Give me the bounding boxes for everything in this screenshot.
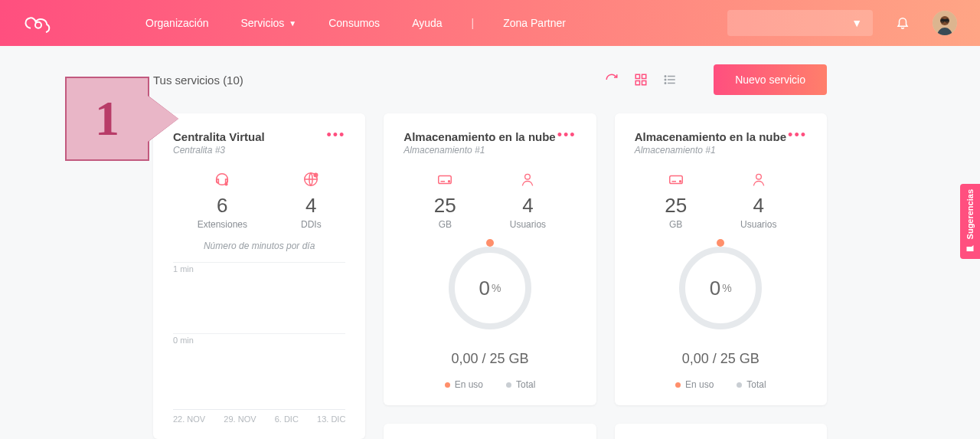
gb-value: 25 <box>665 194 687 218</box>
svg-point-17 <box>225 183 227 185</box>
x-tick: 22. NOV <box>173 414 205 424</box>
legend-dot-use <box>675 382 681 388</box>
svg-point-15 <box>665 83 666 84</box>
svg-point-13 <box>665 76 666 77</box>
chevron-down-icon: ▼ <box>289 19 296 28</box>
topbar: Organización Servicios ▼ Consumos Ayuda … <box>0 0 980 46</box>
x-tick: 6. DIC <box>275 414 299 424</box>
header-actions: Nuevo servicio <box>603 64 827 95</box>
svg-rect-8 <box>635 81 639 85</box>
card-centralita-virtual[interactable]: Centralita Virtual Centralita #3 ••• 6 E… <box>153 113 365 439</box>
users-value: 4 <box>510 194 546 218</box>
refresh-icon[interactable] <box>603 71 620 88</box>
chart-y-0min: 0 min <box>173 333 345 345</box>
users-label: Usuarios <box>740 219 776 230</box>
usage-gauge: 0% <box>444 242 536 334</box>
grid-view-icon[interactable] <box>632 71 649 88</box>
gauge-legend: En uso Total <box>445 379 536 390</box>
gauge-legend: En uso Total <box>675 379 766 390</box>
suggestions-tab[interactable]: Sugerencias <box>960 184 980 259</box>
svg-point-14 <box>665 79 666 80</box>
svg-rect-6 <box>635 74 639 78</box>
svg-rect-3 <box>941 19 949 21</box>
chevron-down-icon: ▼ <box>851 17 862 29</box>
chart-caption: Número de minutos por día <box>173 241 345 251</box>
x-tick: 29. NOV <box>224 414 256 424</box>
nav-consumption[interactable]: Consumos <box>328 17 380 29</box>
account-select[interactable]: ▼ <box>727 10 873 36</box>
legend-dot-use <box>445 382 450 388</box>
content-header: Tus servicios (10) Nuevo servicio <box>153 64 827 95</box>
percent-symbol: % <box>722 282 731 294</box>
services-grid: Centralita Virtual Centralita #3 ••• 6 E… <box>153 113 827 439</box>
card-more-icon[interactable]: ••• <box>326 130 345 139</box>
nav-partner-zone[interactable]: Zona Partner <box>503 17 566 29</box>
svg-rect-7 <box>642 74 646 78</box>
chart-y-1min: 1 min <box>173 262 345 274</box>
nav-help[interactable]: Ayuda <box>412 17 442 29</box>
svg-point-24 <box>525 174 531 179</box>
suggestions-label: Sugerencias <box>965 189 975 239</box>
legend-dot-total <box>506 382 511 388</box>
gauge-percent: 0 <box>479 277 490 300</box>
annotation-step-1: 1 <box>65 77 180 161</box>
usage-text: 0,00 / 25 GB <box>451 351 528 367</box>
nav-services[interactable]: Servicios ▼ <box>241 17 297 29</box>
legend-use-label: En uso <box>685 379 714 390</box>
x-tick: 13. DIC <box>317 414 345 424</box>
topbar-right: ▼ <box>727 10 957 36</box>
ddis-label: DDIs <box>301 219 322 230</box>
legend-total-label: Total <box>746 379 766 390</box>
globe-icon <box>301 169 322 189</box>
svg-point-0 <box>35 22 41 28</box>
extensions-value: 6 <box>198 194 247 218</box>
gauge-percent: 0 <box>710 277 720 300</box>
card-more-icon[interactable]: ••• <box>788 130 807 139</box>
chart-x-axis: 22. NOV 29. NOV 6. DIC 13. DIC <box>173 409 345 424</box>
card-title: Centralita Virtual <box>173 130 265 143</box>
gb-label: GB <box>434 219 456 230</box>
usage-gauge: 0% <box>675 242 766 334</box>
main-nav: Organización Servicios ▼ Consumos Ayuda … <box>145 17 566 29</box>
annotation-number: 1 <box>65 77 149 161</box>
user-icon <box>740 169 776 189</box>
svg-rect-9 <box>642 81 646 85</box>
nav-organization[interactable]: Organización <box>145 17 209 29</box>
users-label: Usuarios <box>510 219 546 230</box>
new-service-button[interactable]: Nuevo servicio <box>714 64 827 95</box>
card-subtitle: Almacenamiento #1 <box>635 145 786 156</box>
svg-point-22 <box>449 181 450 182</box>
card-dns[interactable]: DNS DEMO DEMO INC ••• <box>615 424 827 439</box>
gb-label: GB <box>665 219 687 230</box>
headset-icon <box>198 169 247 189</box>
legend-use-label: En uso <box>455 379 483 390</box>
card-storage-1[interactable]: Almacenamiento en la nube Almacenamiento… <box>384 113 596 405</box>
card-subtitle: Centralita #3 <box>173 145 265 156</box>
ddis-value: 4 <box>301 194 322 218</box>
extensions-label: Extensiones <box>198 219 247 230</box>
card-subtitle: Almacenamiento #1 <box>403 145 555 156</box>
nav-separator: | <box>472 17 475 29</box>
gb-value: 25 <box>434 194 456 218</box>
svg-point-29 <box>756 174 761 179</box>
card-escritorio-remoto[interactable]: Escritorio Remoto DEMO-NEW-IMAGE-W2K19V2… <box>384 424 596 439</box>
users-value: 4 <box>740 194 776 218</box>
nav-services-label: Servicios <box>241 17 285 29</box>
logo[interactable] <box>23 11 54 34</box>
card-more-icon[interactable]: ••• <box>557 130 577 139</box>
svg-point-20 <box>315 175 317 176</box>
percent-symbol: % <box>492 282 501 294</box>
disk-icon <box>434 169 456 189</box>
list-view-icon[interactable] <box>662 71 678 88</box>
avatar[interactable] <box>933 11 957 35</box>
svg-point-27 <box>679 181 681 182</box>
legend-dot-total <box>737 382 742 388</box>
usage-text: 0,00 / 25 GB <box>682 351 760 367</box>
legend-total-label: Total <box>516 379 535 390</box>
disk-icon <box>665 169 687 189</box>
annotation-arrow-icon <box>148 96 178 142</box>
user-icon <box>510 169 546 189</box>
notifications-icon[interactable] <box>896 15 910 31</box>
chat-icon <box>965 244 975 254</box>
card-storage-2[interactable]: Almacenamiento en la nube Almacenamiento… <box>615 113 827 405</box>
